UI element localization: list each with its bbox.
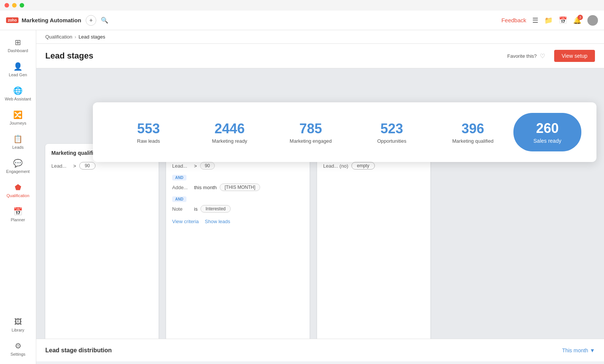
stat-label-marketing-engaged: Marketing engaged [276, 138, 345, 144]
sidebar-item-qualification[interactable]: ⬟ Qualification [3, 179, 33, 202]
kanban-card-sales-ready: Sales ready Lead... > 90 AND Adde... thi… [166, 144, 310, 352]
planner-icon: 📅 [13, 207, 23, 216]
notification-count: 3 [578, 15, 583, 20]
criteria-op-3: is [194, 206, 197, 212]
maximize-dot[interactable] [20, 3, 24, 8]
sidebar-item-settings[interactable]: ⚙ Settings [3, 338, 33, 360]
stat-number-sales-ready: 260 [525, 120, 569, 136]
sidebar-item-planner[interactable]: 📅 Planner [3, 203, 33, 226]
breadcrumb-parent[interactable]: Qualification [45, 34, 72, 40]
stat-marketing-ready[interactable]: 2446 Marketing ready [189, 118, 270, 147]
sidebar-label-qualification: Qualification [6, 193, 29, 198]
close-dot[interactable] [5, 3, 9, 8]
lead-stage-distribution-title: Lead stage distribution [45, 347, 112, 354]
content-area: 553 Raw leads 2446 Marketing ready 785 M… [36, 68, 604, 361]
sidebar-item-leads[interactable]: 📋 Leads [3, 131, 33, 153]
month-selector-label: This month [562, 347, 588, 353]
stat-marketing-qualified[interactable]: 396 Marketing qualified [432, 118, 513, 147]
stat-opportunities[interactable]: 523 Opportunities [351, 118, 432, 147]
add-button[interactable]: + [86, 15, 96, 26]
stat-label-opportunities: Opportunities [357, 138, 426, 144]
sidebar: ⊞ Dashboard 👤 Lead Gen 🌐 Web Assistant 🔀… [0, 30, 36, 364]
sidebar-item-journeys[interactable]: 🔀 Journeys [3, 106, 33, 129]
engagement-icon: 💬 [13, 159, 23, 168]
settings-icon: ⚙ [15, 341, 22, 350]
page-title: Lead stages [45, 51, 93, 61]
bottom-bar: Lead stage distribution This month ▼ [36, 339, 604, 361]
sidebar-item-dashboard[interactable]: ⊞ Dashboard [3, 34, 33, 57]
criteria-tag-2: [THIS MONTH] [220, 184, 260, 191]
criteria-tag-1: 90 [200, 162, 215, 170]
stat-label-sales-ready: Sales ready [525, 138, 569, 144]
stat-number-raw-leads: 553 [114, 121, 183, 137]
favorite-text: Favorite this? [507, 53, 537, 59]
sidebar-label-dashboard: Dashboard [8, 48, 28, 53]
calendar-icon[interactable]: 📅 [559, 16, 567, 25]
stat-label-marketing-ready: Marketing ready [195, 138, 264, 144]
zoho-brand: zoho [6, 17, 18, 23]
titlebar [0, 0, 604, 11]
criteria-label: Lead... [51, 163, 70, 169]
stat-number-marketing-engaged: 785 [276, 121, 345, 137]
sidebar-label-settings: Settings [11, 352, 26, 356]
stat-raw-leads[interactable]: 553 Raw leads [108, 118, 189, 147]
stat-number-opportunities: 523 [357, 121, 426, 137]
library-icon: 🖼 [14, 318, 22, 326]
navbar-right: Feedback ☰ 📁 📅 🔔 3 [501, 15, 598, 26]
stat-sales-ready[interactable]: 260 Sales ready [513, 113, 581, 151]
navbar: zoho Marketing Automation + 🔍 Feedback ☰… [0, 11, 604, 30]
criteria-tag: 90 [79, 162, 96, 170]
app-layout: ⊞ Dashboard 👤 Lead Gen 🌐 Web Assistant 🔀… [0, 30, 604, 364]
breadcrumb-separator: › [75, 34, 76, 40]
web-assistant-icon: 🌐 [13, 86, 23, 95]
stat-marketing-engaged[interactable]: 785 Marketing engaged [270, 118, 351, 147]
criteria-tag-raw: empty [351, 162, 375, 170]
dashboard-icon: ⊞ [15, 38, 21, 47]
sidebar-item-library[interactable]: 🖼 Library [3, 314, 33, 336]
view-setup-button[interactable]: View setup [554, 50, 595, 62]
notification-icon[interactable]: 🔔 3 [573, 16, 581, 25]
stats-overlay: 553 Raw leads 2446 Marketing ready 785 M… [85, 102, 604, 162]
breadcrumb: Qualification › Lead stages [36, 30, 604, 44]
criteria-label-2: Adde... [172, 185, 191, 190]
main-content: Qualification › Lead stages Lead stages … [36, 30, 604, 364]
sidebar-item-lead-gen[interactable]: 👤 Lead Gen [3, 58, 33, 81]
criteria-tag-3: Interested [200, 205, 230, 213]
sidebar-label-leads: Leads [12, 145, 24, 150]
journeys-icon: 🔀 [13, 110, 23, 119]
stats-card: 553 Raw leads 2446 Marketing ready 785 M… [93, 102, 596, 162]
stat-number-marketing-ready: 2446 [195, 121, 264, 137]
card-links: View criteria Show leads [172, 219, 304, 224]
search-icon[interactable]: 🔍 [99, 15, 110, 26]
stat-label-raw-leads: Raw leads [114, 138, 183, 144]
sidebar-item-engagement[interactable]: 💬 Engagement [3, 155, 33, 177]
sidebar-label-planner: Planner [11, 217, 25, 222]
criteria-row-raw: Lead... (no) empty [323, 162, 424, 170]
list-view-icon[interactable]: ☰ [532, 16, 538, 25]
criteria-op-1: > [194, 163, 197, 169]
criteria-row-2: Adde... this month [THIS MONTH] [172, 184, 304, 191]
month-selector[interactable]: This month ▼ [562, 347, 595, 353]
kanban-card-marketing-qualified: Marketing qualified Lead... > 90 [45, 144, 159, 352]
view-criteria-link[interactable]: View criteria [172, 219, 199, 224]
minimize-dot[interactable] [12, 3, 17, 8]
heart-icon[interactable]: ♡ [540, 52, 545, 60]
criteria-op-2: this month [194, 185, 217, 190]
criteria-row-lead: Lead... > 90 [51, 162, 153, 170]
favorite-area[interactable]: Favorite this? ♡ [507, 52, 545, 60]
avatar[interactable] [587, 15, 598, 26]
chevron-down-icon: ▼ [590, 347, 595, 353]
sidebar-item-web-assistant[interactable]: 🌐 Web Assistant [3, 82, 33, 105]
lead-gen-icon: 👤 [13, 62, 23, 71]
sidebar-label-web-assistant: Web Assistant [5, 97, 31, 101]
qualification-icon: ⬟ [15, 183, 21, 192]
show-leads-link[interactable]: Show leads [205, 219, 230, 224]
kanban-card-raw-leads: Raw leads Lead... (no) empty [317, 144, 430, 352]
leads-icon: 📋 [13, 134, 23, 143]
folder-icon[interactable]: 📁 [544, 16, 553, 25]
criteria-row-1: Lead... > 90 [172, 162, 304, 170]
sidebar-label-engagement: Engagement [6, 169, 29, 174]
feedback-link[interactable]: Feedback [501, 17, 526, 23]
stat-label-marketing-qualified: Marketing qualified [438, 138, 507, 144]
criteria-row-3: Note is Interested [172, 205, 304, 213]
